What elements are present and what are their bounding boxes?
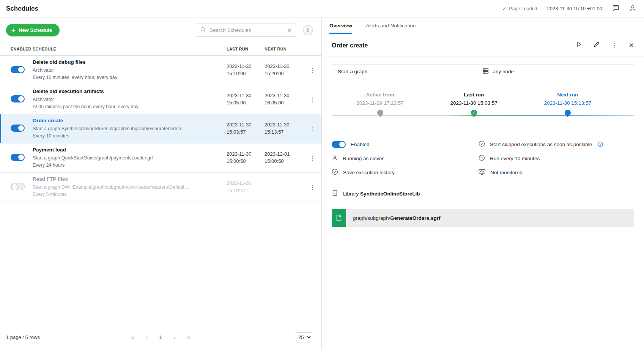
search-input[interactable]	[209, 27, 283, 33]
library-connector-line	[335, 200, 335, 209]
detail-title: Order create	[332, 42, 368, 49]
schedule-subtitle: Archivator	[33, 96, 221, 103]
setting-monitored: Not monitored	[479, 169, 634, 176]
timeline-last-run: Last run 2023-11-30 15:03:57	[430, 92, 518, 106]
schedule-frequency: Every 10 minutes	[33, 132, 221, 140]
book-icon	[332, 190, 338, 197]
detail-menu-button[interactable]: ⋮	[611, 41, 617, 49]
schedule-cell: Read FTP files Start a graph DWHExample/…	[33, 176, 227, 198]
page-size-select[interactable]: 25	[295, 332, 312, 342]
table-row[interactable]: Delete old debug files Archivator Every …	[0, 56, 321, 85]
schedule-subtitle: Start a graph SyntheticOnlineStoreLib/gr…	[33, 125, 221, 132]
prev-page-button[interactable]: ‹	[146, 334, 148, 341]
enabled-toggle[interactable]	[11, 154, 25, 161]
first-page-button[interactable]: «	[131, 334, 135, 341]
clock-icon	[479, 155, 485, 162]
row-menu-button[interactable]: ⋮	[303, 96, 321, 103]
table-row[interactable]: Delete old execution artifacts Archivato…	[0, 85, 321, 114]
last-run-cell: 2023-11-30 15:10:12	[227, 180, 265, 194]
node-value: any node	[493, 69, 514, 74]
schedule-title: Payment load	[33, 147, 221, 153]
page-title: Schedules	[6, 5, 38, 13]
page-loaded-status: ✓ Page Loaded	[502, 6, 537, 11]
table-row[interactable]: Order create Start a graph SyntheticOnli…	[0, 114, 321, 143]
timeline-active-from: Active from 2023-11-29 17:23:57	[337, 92, 424, 106]
header-right: ✓ Page Loaded 2023-11-30 15:10 +01:00	[502, 5, 636, 13]
schedules-panel: + New Schedule ✕ !	[0, 17, 322, 350]
enabled-label: Enabled	[351, 142, 370, 147]
enabled-toggle[interactable]	[11, 66, 25, 73]
feedback-button[interactable]	[612, 5, 619, 13]
enabled-cell	[0, 95, 33, 104]
last-run-cell: 2023-11-30 15:05:00	[227, 92, 265, 107]
running-as-label: Running as clover	[343, 156, 384, 161]
row-menu-button[interactable]: ⋮	[303, 125, 321, 132]
new-schedule-label: New Schedule	[19, 27, 52, 33]
check-circle-icon	[332, 169, 338, 176]
run-button[interactable]	[576, 41, 582, 49]
app: Schedules ✓ Page Loaded 2023-11-30 15:10…	[0, 0, 644, 350]
enabled-toggle[interactable]	[11, 125, 25, 132]
edit-button[interactable]	[594, 41, 600, 49]
table-row[interactable]: Payment load Start a graph QuickStartGui…	[0, 143, 321, 173]
user-menu-button[interactable]	[629, 5, 636, 13]
save-history-label: Save execution history	[343, 170, 395, 175]
pagination-summary: 1 page / 5 rows	[6, 334, 40, 340]
enabled-toggle[interactable]	[11, 183, 25, 190]
current-page[interactable]: 1	[159, 334, 162, 340]
page-loaded-label: Page Loaded	[509, 6, 537, 11]
table-row[interactable]: Read FTP files Start a graph DWHExample/…	[0, 173, 321, 202]
node-field[interactable]: any node	[477, 65, 634, 78]
person-icon	[332, 155, 338, 162]
next-page-button[interactable]: ›	[173, 334, 175, 341]
schedule-title: Delete old debug files	[33, 59, 221, 65]
library-row: Library SyntheticOnlineStoreLib	[322, 176, 644, 197]
info-icon[interactable]	[598, 142, 603, 147]
schedules-toolbar: + New Schedule ✕ !	[0, 17, 321, 42]
next-run-cell: 2023-11-30 16:05:00	[265, 92, 303, 107]
start-type-value: Start a graph	[338, 69, 367, 74]
library-text: Library SyntheticOnlineStoreLib	[343, 191, 420, 197]
last-run-cell: 2023-11-30 15:00:50	[227, 151, 265, 165]
last-run-cell: 2023-11-30 15:10:00	[227, 63, 265, 77]
detail-panel: Overview Alerts and Notification Order c…	[322, 17, 644, 350]
row-menu-button[interactable]: ⋮	[303, 67, 321, 74]
header-timestamp: 2023-11-30 15:10 +01:00	[547, 6, 602, 11]
start-type-field[interactable]: Start a graph	[332, 65, 477, 78]
next-run-pin-icon	[565, 110, 571, 116]
graph-file-name: GenerateOrders.sgrf	[390, 215, 440, 221]
tab-alerts-notification[interactable]: Alerts and Notification	[366, 17, 416, 34]
setting-save-history: Save execution history	[332, 169, 479, 176]
search-clear-button[interactable]: ✕	[287, 27, 292, 34]
schedule-title: Read FTP files	[33, 176, 221, 182]
skipped-label: Start skipped executions as soon as poss…	[490, 142, 592, 147]
timeline-next-run-value: 2023-11-30 15:13:57	[524, 100, 611, 106]
row-menu-button[interactable]: ⋮	[303, 155, 321, 162]
schedule-cell: Payment load Start a graph QuickStartGui…	[33, 147, 227, 169]
graph-file-prefix: graph/subgraph/	[353, 215, 390, 221]
schedule-cell: Delete old execution artifacts Archivato…	[33, 88, 227, 110]
new-schedule-button[interactable]: + New Schedule	[6, 24, 60, 36]
table-header: ENABLED SCHEDULE LAST RUN NEXT RUN	[0, 42, 321, 56]
past-pin-icon	[377, 110, 383, 116]
tab-overview[interactable]: Overview	[329, 17, 352, 34]
page-size-wrap: 25	[295, 332, 312, 342]
schedule-frequency: At 05 minutes past the hour, every hour,…	[33, 103, 221, 110]
enabled-toggle[interactable]	[332, 141, 346, 148]
graph-file-row[interactable]: graph/subgraph/GenerateOrders.sgrf	[332, 209, 634, 227]
detail-tabs: Overview Alerts and Notification	[322, 17, 644, 34]
graph-file-path: graph/subgraph/GenerateOrders.sgrf	[346, 215, 440, 221]
column-next-run: NEXT RUN	[265, 47, 303, 51]
setting-running-as: Running as clover	[332, 155, 479, 162]
enabled-toggle[interactable]	[11, 95, 25, 102]
close-detail-button[interactable]: ✕	[629, 41, 634, 49]
last-run-cell: 2023-11-30 15:03:57	[227, 121, 265, 136]
column-enabled: ENABLED	[0, 47, 33, 51]
last-page-button[interactable]: »	[187, 334, 191, 341]
last-run-pin-icon	[471, 110, 477, 116]
row-menu-button[interactable]: ⋮	[303, 184, 321, 191]
alerts-button[interactable]: !	[303, 25, 313, 35]
schedule-settings: Enabled Start skipped executions as soon…	[322, 125, 644, 176]
timeline-active-from-value: 2023-11-29 17:23:57	[337, 100, 424, 106]
main-area: + New Schedule ✕ !	[0, 17, 644, 350]
